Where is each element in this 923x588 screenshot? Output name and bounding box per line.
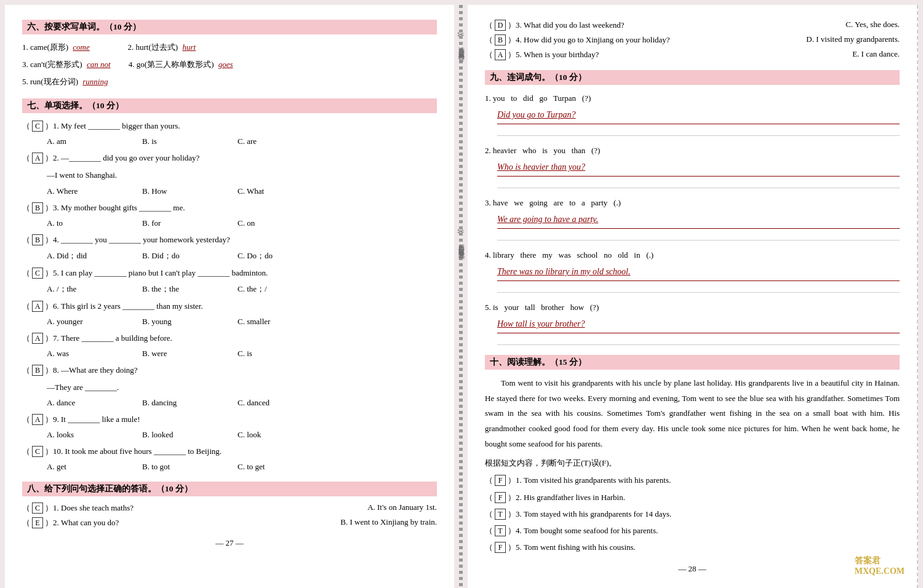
s7q2-sub: —I went to Shanghai. (47, 169, 437, 182)
s7q6-options: A. younger B. young C. smaller (47, 317, 437, 327)
page-container: 六、按要求写单词。（10 分） 1. came(原形) come 2. hurt… (0, 0, 923, 588)
s9q3: 3. have we going are to a party (.) We a… (485, 196, 900, 240)
s10q4: （T）4. Tom bought some seafood for his pa… (485, 524, 900, 538)
s8q1-right: A. It's on January 1st. (367, 503, 437, 514)
section-9-header: 九、连词成句。（10 分） (485, 70, 900, 85)
cut-line-text-bottom: 超出密封线答案无效 (457, 239, 465, 250)
section-6-header: 六、按要求写单词。（10 分） (22, 20, 437, 34)
s8q4-text: （B）4. How did you go to Xinjiang on your… (485, 34, 670, 46)
s7q8-optB: B. dancing (142, 398, 238, 408)
s7q7-optA: A. was (47, 349, 142, 359)
section-8-continued: （D）3. What did you do last weekend? C. Y… (485, 20, 900, 60)
s10q5: （F）5. Tom went fishing with his cousins. (485, 541, 900, 554)
s7q6-optB: B. young (142, 317, 238, 327)
s8q2-text: （E）2. What can you do? (22, 517, 119, 528)
s7q3-optB: B. for (142, 218, 238, 228)
s9q1-words: 1. you to did go Turpan (?) (485, 91, 900, 105)
s9q1-answer: Did you go to Turpan? (497, 107, 900, 124)
s10q2: （F）2. His grandfather lives in Harbin. (485, 491, 900, 504)
s9q3-words: 3. have we going are to a party (.) (485, 196, 900, 210)
s7q2: （A）2. —________ did you go over your hol… (22, 151, 437, 165)
section6-q3: 3. can't(完整形式) can not 4. go(第三人称单数形式) g… (22, 58, 437, 71)
left-page: 六、按要求写单词。（10 分） 1. came(原形) come 2. hurt… (5, 5, 454, 588)
s7q2-optC: C. What (238, 186, 333, 196)
s8q4-row: （B）4. How did you go to Xinjiang on your… (485, 34, 900, 46)
cut-line-text-top: 请在密封线内作答 (457, 42, 465, 52)
right-page-num: — 28 — (485, 564, 900, 574)
s7q9-optA: A. looks (47, 430, 142, 440)
s7q1-letter: C (32, 121, 43, 132)
s7q2-letter: A (32, 153, 43, 164)
s7q4-optA: A. Did；did (47, 250, 142, 261)
s7q8-sub: —They are ________. (47, 381, 437, 394)
s6q3-num: 3. can't(完整形式) (22, 60, 82, 69)
s8q5-letter: A (495, 49, 506, 60)
section-8-header: 八、给下列问句选择正确的答语。（10 分） (22, 482, 437, 496)
s10q1-letter: F (495, 475, 506, 486)
s6q3-answer: can not (87, 60, 111, 69)
s6q4-answer: goes (218, 60, 233, 69)
section-7-header: 七、单项选择。（10 分） (22, 98, 437, 113)
right-page: （D）3. What did you do last weekend? C. Y… (468, 5, 918, 588)
section6-q5: 5. run(现在分词) running (22, 75, 437, 89)
s8q3-row: （D）3. What did you do last weekend? C. Y… (485, 20, 900, 31)
s7q5-optA: A. /；the (47, 284, 142, 295)
s7q6: （A）6. This girl is 2 years ________ than… (22, 300, 437, 313)
s7q2-optB: B. How (142, 186, 238, 196)
s7q10-optA: A. get (47, 462, 142, 472)
s9q4: 4. library there my was school no old in… (485, 248, 900, 293)
s6q1-answer: come (73, 42, 89, 52)
tf-instruction: 根据短文内容，判断句子正(T)误(F)。 (485, 456, 900, 470)
watermark: 答案君MXQE.COM (855, 555, 905, 576)
s7q7-options: A. was B. were C. is (47, 349, 437, 359)
s7q1-optA: A. am (47, 137, 142, 146)
s7q1-optB: B. is (142, 137, 238, 146)
s7q10-optB: B. to got (142, 462, 238, 472)
s7q3-letter: B (32, 202, 43, 213)
s8q5-right: E. I can dance. (852, 49, 900, 60)
s9q1: 1. you to did go Turpan (?) Did you go t… (485, 91, 900, 136)
s7q2-optA: A. Where (47, 186, 142, 196)
s7q3-optC: C. on (238, 218, 333, 228)
section-8: 八、给下列问句选择正确的答语。（10 分） （C）1. Does she tea… (22, 482, 437, 528)
s7q4-optC: C. Do；do (238, 250, 333, 261)
section-7: 七、单项选择。（10 分） （C）1. My feet ________ big… (22, 98, 437, 472)
s7q9-optB: B. looked (142, 430, 238, 440)
s7q9: （A）9. It ________ like a mule! (22, 413, 437, 426)
s7q8-options: A. dance B. dancing C. danced (47, 398, 437, 408)
s10q2-letter: F (495, 492, 506, 503)
s7q8-optC: C. danced (238, 398, 333, 408)
s7q3-options: A. to B. for C. on (47, 218, 437, 228)
s8q2-row: （E）2. What can you do? B. I went to Xinj… (22, 517, 437, 528)
s7q8-letter: B (32, 365, 43, 376)
s7q7-optB: B. were (142, 349, 238, 359)
s7q10-optC: C. to get (238, 462, 333, 472)
section-9: 九、连词成句。（10 分） 1. you to did go Turpan (?… (485, 70, 900, 345)
s7q9-options: A. looks B. looked C. look (47, 430, 437, 440)
s9q2-answer: Who is heavier than you? (497, 159, 900, 177)
s7q3: （B）3. My mother bought gifts ________ me… (22, 201, 437, 215)
s7q6-optC: C. smaller (238, 317, 333, 327)
s6q4-num: 4. go(第三人称单数形式) (129, 60, 214, 69)
s6q5-num: 5. run(现在分词) (22, 77, 78, 86)
s7q10-options: A. get B. to got C. to get (47, 462, 437, 472)
s10q5-letter: F (495, 542, 506, 553)
s7q7-optC: C. is (238, 349, 333, 359)
s7q9-letter: A (32, 414, 43, 425)
s8q3-letter: D (495, 20, 506, 31)
s6q5-answer: running (82, 77, 108, 86)
s10q3: （T）3. Tom stayed with his grandparents f… (485, 507, 900, 521)
s7q5-options: A. /；the B. the；the C. the；/ (47, 284, 437, 295)
s7q8-optA: A. dance (47, 398, 142, 408)
s8q4-letter: B (495, 34, 506, 46)
s7q4: （B）4. ________ you ________ your homewor… (22, 233, 437, 247)
s8q4-right: D. I visited my grandparents. (806, 34, 900, 46)
s9q5: 5. is your tall brother how (?) How tall… (485, 300, 900, 345)
cut-line: ✂ 请在密封线内作答 ✂ 超出密封线答案无效 (459, 5, 463, 588)
s7q7-letter: A (32, 333, 43, 344)
s7q5-optC: C. the；/ (238, 284, 333, 295)
s7q6-optA: A. younger (47, 317, 142, 327)
s10q4-letter: T (495, 525, 506, 536)
s6q1-num: 1. came(原形) (22, 42, 68, 52)
s8q2-letter: E (32, 517, 43, 528)
